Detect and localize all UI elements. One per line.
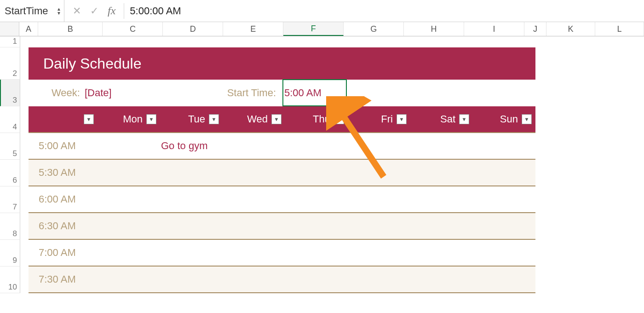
row-5[interactable]: 5 [0, 133, 20, 160]
sheet-area[interactable]: Daily Schedule Week: [Date] Start Time: … [20, 36, 644, 293]
filter-icon[interactable]: ▼ [522, 114, 532, 124]
cell[interactable] [223, 133, 285, 159]
cell[interactable] [285, 160, 348, 185]
filter-icon[interactable]: ▼ [146, 114, 156, 124]
cell[interactable] [160, 160, 223, 185]
cell[interactable] [98, 160, 160, 185]
day-head-fri: Fri▼ [348, 106, 410, 132]
filter-icon[interactable]: ▼ [334, 114, 344, 124]
column-headers: A B C D E F G H I J K L [0, 22, 644, 36]
cell[interactable] [410, 186, 473, 212]
cell[interactable] [410, 160, 473, 185]
row-3[interactable]: 3 [0, 80, 20, 106]
cell[interactable] [410, 267, 473, 292]
cell[interactable] [473, 133, 535, 159]
col-K[interactable]: K [546, 22, 595, 36]
col-I[interactable]: I [464, 22, 524, 36]
row-8[interactable]: 8 [0, 213, 20, 240]
row-9[interactable]: 9 [0, 240, 20, 267]
page-title: Daily Schedule [29, 47, 535, 80]
cell[interactable] [473, 213, 535, 239]
name-box[interactable]: StartTime ▲ ▼ [0, 0, 64, 22]
cell[interactable] [348, 240, 410, 266]
time-cell[interactable]: 5:00 AM [29, 133, 98, 159]
row-4[interactable]: 4 [0, 106, 20, 133]
fx-icon[interactable]: fx [108, 5, 115, 17]
cell[interactable] [473, 267, 535, 292]
cell-entry[interactable]: Go to gym [160, 133, 223, 159]
day-head-sun: Sun▼ [473, 106, 535, 132]
cell[interactable] [98, 240, 160, 266]
week-value[interactable]: [Date] [85, 87, 112, 99]
name-box-stepper[interactable]: ▲ ▼ [57, 7, 61, 15]
cell[interactable] [348, 213, 410, 239]
name-box-text: StartTime [5, 5, 48, 17]
select-all-corner[interactable] [0, 22, 19, 36]
row-10[interactable]: 10 [0, 267, 20, 293]
cell[interactable] [160, 186, 223, 212]
time-cell[interactable]: 5:30 AM [29, 160, 98, 185]
cell[interactable] [160, 240, 223, 266]
cell[interactable] [223, 213, 285, 239]
cell[interactable] [473, 160, 535, 185]
filter-icon[interactable]: ▼ [271, 114, 282, 124]
cell[interactable] [348, 133, 410, 159]
cell[interactable] [98, 213, 160, 239]
day-head-thu: Thu▼ [285, 106, 348, 132]
cell[interactable] [285, 186, 348, 212]
cell[interactable] [473, 240, 535, 266]
col-G[interactable]: G [344, 22, 404, 36]
cell[interactable] [473, 186, 535, 212]
cell[interactable] [410, 213, 473, 239]
row-2[interactable]: 2 [0, 47, 20, 80]
cell[interactable] [98, 186, 160, 212]
col-H[interactable]: H [404, 22, 464, 36]
col-A[interactable]: A [19, 22, 38, 36]
col-F[interactable]: F [283, 22, 344, 36]
filter-icon[interactable]: ▼ [397, 114, 407, 124]
stepper-down-icon[interactable]: ▼ [57, 11, 61, 15]
cell[interactable] [348, 267, 410, 292]
row-6[interactable]: 6 [0, 160, 20, 186]
header-row: Week: [Date] Start Time: 5:00 AM [29, 80, 535, 106]
cell[interactable] [223, 267, 285, 292]
col-B[interactable]: B [38, 22, 103, 36]
row-1[interactable]: 1 [0, 36, 20, 47]
cell[interactable] [285, 240, 348, 266]
cell[interactable] [410, 133, 473, 159]
col-L[interactable]: L [595, 22, 644, 36]
cell[interactable] [98, 267, 160, 292]
cell[interactable] [285, 213, 348, 239]
cancel-icon[interactable]: ✕ [73, 5, 81, 17]
time-cell[interactable]: 6:30 AM [29, 213, 98, 239]
day-label: Sat [440, 113, 455, 125]
filter-icon[interactable]: ▼ [209, 114, 219, 124]
cell[interactable] [410, 240, 473, 266]
col-J[interactable]: J [524, 22, 546, 36]
day-head-mon: Mon▼ [98, 106, 160, 132]
cell[interactable] [160, 267, 223, 292]
day-label: Fri [381, 113, 393, 125]
start-time-value[interactable]: 5:00 AM [282, 87, 345, 99]
cell[interactable] [160, 213, 223, 239]
cell[interactable] [223, 240, 285, 266]
schedule-row: 5:30 AM [29, 160, 535, 186]
cell[interactable] [348, 186, 410, 212]
formula-input[interactable]: 5:00:00 AM [124, 5, 644, 17]
col-D[interactable]: D [163, 22, 223, 36]
cell[interactable] [223, 160, 285, 185]
confirm-icon[interactable]: ✓ [90, 5, 98, 17]
filter-icon[interactable]: ▼ [84, 114, 94, 124]
col-E[interactable]: E [223, 22, 283, 36]
time-cell[interactable]: 7:00 AM [29, 240, 98, 266]
time-cell[interactable]: 6:00 AM [29, 186, 98, 212]
cell[interactable] [348, 160, 410, 185]
col-C[interactable]: C [103, 22, 163, 36]
cell[interactable] [223, 186, 285, 212]
time-cell[interactable]: 7:30 AM [29, 267, 98, 292]
cell[interactable] [285, 267, 348, 292]
row-7[interactable]: 7 [0, 186, 20, 213]
filter-icon[interactable]: ▼ [459, 114, 469, 124]
cell[interactable] [285, 133, 348, 159]
cell[interactable] [98, 133, 160, 159]
